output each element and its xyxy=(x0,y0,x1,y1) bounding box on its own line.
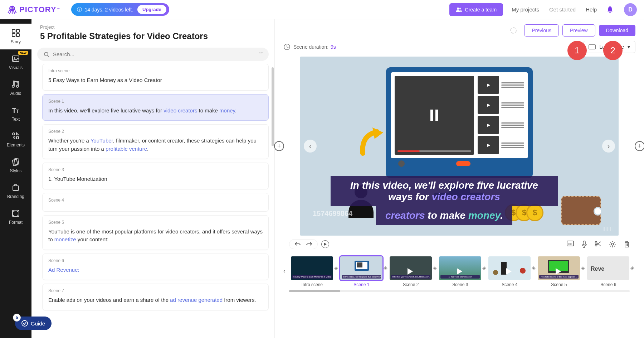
scene-info-row: Scene duration: 9s Landscape ▾ xyxy=(275,37,644,57)
sidebar-item-story[interactable]: Story xyxy=(0,24,31,49)
story-icon xyxy=(11,29,20,37)
layers-icon[interactable]: ◈ xyxy=(581,265,585,271)
svg-point-41 xyxy=(22,320,28,326)
app-header: PICTORY ™ ⓘ 14 days, 2 videos left. Upgr… xyxy=(0,0,644,19)
redo-icon[interactable] xyxy=(306,242,312,247)
create-team-button[interactable]: Create a team xyxy=(449,3,503,16)
filmstrip-label: Scene 1 xyxy=(340,282,382,287)
scene-card[interactable]: Scene 4 xyxy=(42,193,269,212)
scene-text[interactable]: In this video, we'll explore five lucrat… xyxy=(48,107,263,115)
scrollbar[interactable] xyxy=(272,67,274,146)
upgrade-button[interactable]: Upgrade xyxy=(137,5,166,14)
guide-button[interactable]: 5 Guide xyxy=(15,317,52,330)
my-projects-link[interactable]: My projects xyxy=(512,6,539,13)
help-link[interactable]: Help xyxy=(586,6,597,13)
notifications-icon[interactable] xyxy=(607,6,613,13)
svg-point-4 xyxy=(13,8,14,8)
octopus-icon xyxy=(7,5,17,15)
svg-text:T: T xyxy=(16,109,19,114)
filmstrip-item[interactable]: In this video, we'll explore five lucrat… xyxy=(340,256,382,287)
filmstrip-item[interactable]: ◈ Scene 4 xyxy=(488,256,531,287)
scene-card[interactable]: Scene 3 1. YouTube Monetization xyxy=(42,163,269,189)
prev-scene-arrow[interactable]: ‹ xyxy=(304,140,317,153)
filmstrip-item[interactable]: Reve ◈ Scene 6 xyxy=(587,256,629,287)
trial-text: 14 days, 2 videos left. xyxy=(85,7,133,13)
preview-canvas[interactable]: ‹ › xyxy=(300,57,619,236)
scene-card[interactable]: Scene 5 YouTube is one of the most popul… xyxy=(42,215,269,250)
svg-point-36 xyxy=(493,270,498,275)
scene-text[interactable]: Ad Revenue: xyxy=(48,266,263,274)
add-scene-after-button[interactable]: + xyxy=(635,141,644,151)
svg-point-37 xyxy=(520,268,526,274)
watermark-icon: ||||||| xyxy=(602,226,613,231)
svg-rect-28 xyxy=(583,241,585,245)
filmstrip-item[interactable]: 5 Easy Ways to Earn Money as a Video Cre… xyxy=(291,256,333,287)
svg-text:Reve: Reve xyxy=(591,266,604,272)
download-button[interactable]: Download xyxy=(599,25,635,36)
add-scene-before-button[interactable]: + xyxy=(274,141,284,151)
svg-point-3 xyxy=(11,8,11,8)
scene-card[interactable]: Scene 2 Whether you're a YouTuber, filmm… xyxy=(42,124,269,159)
next-scene-arrow[interactable]: › xyxy=(602,140,615,153)
scene-label: Scene 6 xyxy=(48,258,263,263)
scene-text[interactable]: Enable ads on your videos and earn a sha… xyxy=(48,296,263,304)
loading-icon xyxy=(510,27,517,34)
svg-text:T: T xyxy=(12,107,16,114)
scenes-list[interactable]: Intro scene 5 Easy Ways to Earn Money as… xyxy=(31,64,274,338)
filmstrip-item[interactable]: YouTube is one of the most popular... ◈ … xyxy=(538,256,580,287)
layers-icon[interactable]: ◈ xyxy=(433,265,437,271)
gear-icon[interactable] xyxy=(609,241,616,248)
scene-text[interactable]: YouTube is one of the most popular platf… xyxy=(48,228,263,244)
scene-card[interactable]: Scene 6 Ad Revenue: xyxy=(42,254,269,280)
sidebar-label: Text xyxy=(12,117,20,122)
sidebar-item-text[interactable]: TT Text xyxy=(0,101,31,127)
caption-overlay[interactable]: In this video, we'll explore five lucrat… xyxy=(331,176,558,225)
layers-icon[interactable]: ◈ xyxy=(532,265,536,271)
scene-card[interactable]: Scene 7 Enable ads on your videos and ea… xyxy=(42,284,269,310)
filmstrip-item[interactable]: Whether you're a YouTuber, filmmaker... … xyxy=(390,256,432,287)
sidebar-item-visuals[interactable]: NEW Visuals xyxy=(0,49,31,75)
svg-rect-34 xyxy=(357,262,362,267)
layers-icon[interactable]: ◈ xyxy=(334,265,338,271)
duration-label: Scene duration: xyxy=(293,44,328,50)
scene-text[interactable]: 5 Easy Ways to Earn Money as a Video Cre… xyxy=(48,76,263,84)
trash-icon[interactable] xyxy=(624,241,630,248)
scene-label: Scene 7 xyxy=(48,288,263,293)
play-icon[interactable] xyxy=(321,240,329,248)
guide-count-badge: 5 xyxy=(13,314,21,322)
duration-value[interactable]: 9s xyxy=(331,44,336,50)
sidebar-item-format[interactable]: Format xyxy=(0,204,31,230)
scene-label: Scene 2 xyxy=(48,129,263,134)
svg-point-15 xyxy=(13,133,15,135)
filmstrip: ‹ 5 Easy Ways to Earn Money as a Video C… xyxy=(275,253,644,287)
get-started-link[interactable]: Get started xyxy=(549,6,576,13)
preview-button[interactable]: Preview xyxy=(562,24,595,37)
user-avatar[interactable]: D xyxy=(624,3,637,16)
search-input[interactable] xyxy=(53,51,259,57)
scene-text[interactable]: 1. YouTube Monetization xyxy=(48,175,263,183)
undo-icon[interactable] xyxy=(294,242,301,247)
layers-icon[interactable]: ◈ xyxy=(384,265,387,271)
search-nav-icon[interactable]: ˄˅ xyxy=(259,52,262,57)
layers-icon[interactable]: ◈ xyxy=(482,265,486,271)
captions-icon[interactable]: CC xyxy=(567,241,574,248)
sidebar-item-audio[interactable]: Audio xyxy=(0,75,31,101)
svg-line-22 xyxy=(48,55,49,57)
layers-icon[interactable]: ◈ xyxy=(630,265,634,271)
scissors-icon[interactable] xyxy=(595,241,601,248)
project-title[interactable]: 5 Profitable Strategies for Video Creato… xyxy=(40,31,266,41)
scene-card[interactable]: Intro scene 5 Easy Ways to Earn Money as… xyxy=(42,64,269,91)
mic-icon[interactable] xyxy=(582,241,587,248)
sidebar-item-elements[interactable]: Elements xyxy=(0,127,31,153)
previous-button[interactable]: Previous xyxy=(524,24,558,37)
filmstrip-prev-icon[interactable]: ‹ xyxy=(280,268,288,274)
scene-text[interactable]: Whether you're a YouTuber, filmmaker, or… xyxy=(48,137,263,153)
filmstrip-item[interactable]: 1. YouTube Monetization ◈ Scene 3 xyxy=(439,256,481,287)
sidebar-item-branding[interactable]: Branding xyxy=(0,178,31,204)
sidebar-item-styles[interactable]: Styles xyxy=(0,153,31,178)
filmstrip-scrollbar[interactable] xyxy=(289,290,630,292)
search-bar[interactable]: ˄˅ xyxy=(37,48,269,61)
scene-card[interactable]: Scene 1 In this video, we'll explore fiv… xyxy=(42,94,269,121)
brand-logo[interactable]: PICTORY ™ xyxy=(7,5,60,15)
svg-rect-17 xyxy=(12,159,18,166)
